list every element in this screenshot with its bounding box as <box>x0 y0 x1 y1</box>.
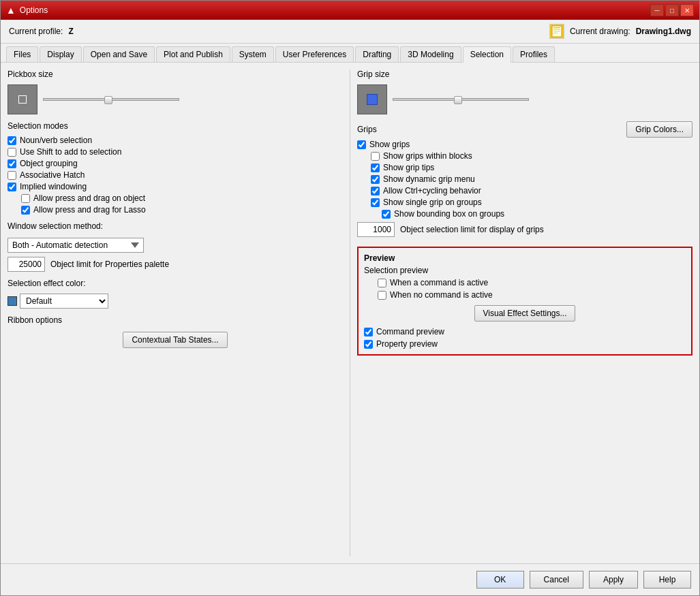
grip-limit-input[interactable] <box>357 222 395 237</box>
when-command-active-checkbox[interactable] <box>378 279 386 287</box>
implied-windowing-row: Implied windowing <box>7 182 343 191</box>
tab-3d-modeling[interactable]: 3D Modeling <box>400 46 461 62</box>
pickbox-slider-thumb[interactable] <box>104 96 112 104</box>
pickbox-section: Pickbox size <box>7 69 343 114</box>
object-limit-grips-row: Object selection limit for display of gr… <box>357 222 693 237</box>
pickbox-size-label: Pickbox size <box>7 69 343 79</box>
pickbox-slider-container <box>43 98 343 101</box>
noun-verb-label: Noun/verb selection <box>20 136 92 145</box>
show-grip-tips-label: Show grip tips <box>383 163 434 172</box>
tab-user-preferences[interactable]: User Preferences <box>275 46 354 62</box>
help-button[interactable]: Help <box>643 571 691 589</box>
grip-size-section: Grip size <box>357 69 693 114</box>
selection-modes: Selection modes Noun/verb selection Use … <box>7 121 343 215</box>
show-single-grip-checkbox[interactable] <box>371 198 380 207</box>
selection-modes-label: Selection modes <box>7 121 343 131</box>
selection-preview-label: Selection preview <box>364 266 686 275</box>
allow-press-drag-checkbox[interactable] <box>21 194 30 203</box>
app-icon: ▲ <box>6 5 16 16</box>
grip-limit-label: Object selection limit for display of gr… <box>400 225 544 234</box>
tab-system[interactable]: System <box>232 46 274 62</box>
allow-press-lasso-checkbox[interactable] <box>21 206 30 215</box>
when-no-command-label: When no command is active <box>390 290 493 300</box>
noun-verb-checkbox[interactable] <box>7 136 16 145</box>
visual-effect-btn[interactable]: Visual Effect Settings... <box>474 305 576 321</box>
object-limit-input[interactable] <box>7 257 45 272</box>
tab-profiles[interactable]: Profiles <box>513 46 555 62</box>
show-single-grip-label: Show single grip on groups <box>383 198 482 207</box>
minimize-button[interactable]: ─ <box>650 4 664 16</box>
command-preview-row: Command preview <box>364 327 686 336</box>
tab-drafting[interactable]: Drafting <box>355 46 399 62</box>
allow-press-drag-label: Allow press and drag on object <box>33 193 145 203</box>
when-no-command-checkbox[interactable] <box>378 291 386 300</box>
show-grip-tips-row: Show grip tips <box>371 163 693 172</box>
left-panel: Pickbox size Selection modes <box>7 69 350 556</box>
options-window: ▲ Options ─ □ ✕ Current profile: Z <box>0 0 700 596</box>
object-grouping-checkbox[interactable] <box>7 159 16 168</box>
property-preview-checkbox[interactable] <box>364 340 373 349</box>
window-selection-dropdown[interactable]: Both - Automatic detection Window Crossi… <box>7 238 144 253</box>
apply-button[interactable]: Apply <box>589 571 638 589</box>
cancel-button[interactable]: Cancel <box>530 571 583 589</box>
show-dynamic-grip-checkbox[interactable] <box>371 175 380 184</box>
when-command-active-label: When a command is active <box>390 278 488 287</box>
preview-box: Preview Selection preview When a command… <box>357 247 693 356</box>
allow-ctrl-cycling-label: Allow Ctrl+cycling behavior <box>383 186 481 195</box>
close-button[interactable]: ✕ <box>680 4 694 16</box>
contextual-tab-btn[interactable]: Contextual Tab States... <box>123 332 227 348</box>
grips-section: Grips Grip Colors... Show grips Show gri… <box>357 121 693 237</box>
show-grip-tips-checkbox[interactable] <box>371 163 380 172</box>
ribbon-options-label: Ribbon options <box>7 315 343 325</box>
profile-bar: Current profile: Z Current drawing: Draw… <box>1 20 699 44</box>
window-selection-label: Window selection method: <box>7 221 343 231</box>
drawing-label: Current drawing: <box>570 27 630 36</box>
window-selection: Window selection method: Both - Automati… <box>7 221 343 272</box>
grip-colors-btn[interactable]: Grip Colors... <box>626 121 693 138</box>
tab-display[interactable]: Display <box>40 46 81 62</box>
tab-selection[interactable]: Selection <box>463 46 511 63</box>
show-grips-row: Show grips <box>357 140 693 149</box>
profile-right: Current drawing: Drawing1.dwg <box>549 24 691 39</box>
preview-label: Preview <box>364 253 686 263</box>
implied-windowing-checkbox[interactable] <box>7 183 16 191</box>
associative-hatch-row: Associative Hatch <box>7 170 343 180</box>
when-no-command-row: When no command is active <box>378 290 686 300</box>
grips-header: Grips Grip Colors... <box>357 121 693 138</box>
maximize-button[interactable]: □ <box>665 4 679 16</box>
grip-slider[interactable] <box>393 98 529 101</box>
allow-press-lasso-label: Allow press and drag for Lasso <box>33 205 146 215</box>
show-grips-blocks-checkbox[interactable] <box>371 152 380 161</box>
profile-label: Current profile: <box>9 27 63 36</box>
show-grips-blocks-label: Show grips within blocks <box>383 151 472 161</box>
selection-effect: Selection effect color: Default <box>7 279 343 309</box>
show-grips-checkbox[interactable] <box>357 140 366 149</box>
allow-press-lasso-row: Allow press and drag for Lasso <box>21 205 343 215</box>
show-grips-blocks-row: Show grips within blocks <box>371 151 693 161</box>
grip-size-label: Grip size <box>357 69 693 79</box>
grip-slider-thumb[interactable] <box>454 96 462 104</box>
object-grouping-label: Object grouping <box>20 159 78 168</box>
tab-plot-publish[interactable]: Plot and Publish <box>156 46 230 62</box>
ok-button[interactable]: OK <box>476 571 524 589</box>
tab-files[interactable]: Files <box>6 46 38 62</box>
pickbox-slider[interactable] <box>43 98 179 101</box>
use-shift-checkbox[interactable] <box>7 148 16 157</box>
tab-open-save[interactable]: Open and Save <box>83 46 155 62</box>
show-dynamic-grip-label: Show dynamic grip menu <box>383 174 475 184</box>
command-preview-checkbox[interactable] <box>364 328 373 336</box>
allow-press-drag-row: Allow press and drag on object <box>21 193 343 203</box>
color-select[interactable]: Default <box>20 294 108 309</box>
object-grouping-row: Object grouping <box>7 159 343 168</box>
show-bounding-box-label: Show bounding box on groups <box>394 209 504 219</box>
dropdown-container: Both - Automatic detection Window Crossi… <box>7 238 343 253</box>
pickbox-preview <box>7 84 37 114</box>
grip-square <box>367 94 378 105</box>
pickbox-row <box>7 84 343 114</box>
allow-ctrl-cycling-checkbox[interactable] <box>371 187 380 195</box>
show-bounding-box-checkbox[interactable] <box>382 210 391 219</box>
associative-hatch-checkbox[interactable] <box>7 171 16 180</box>
footer: OK Cancel Apply Help <box>1 563 699 595</box>
show-bounding-box-row: Show bounding box on groups <box>382 209 693 219</box>
svg-rect-3 <box>553 31 560 32</box>
